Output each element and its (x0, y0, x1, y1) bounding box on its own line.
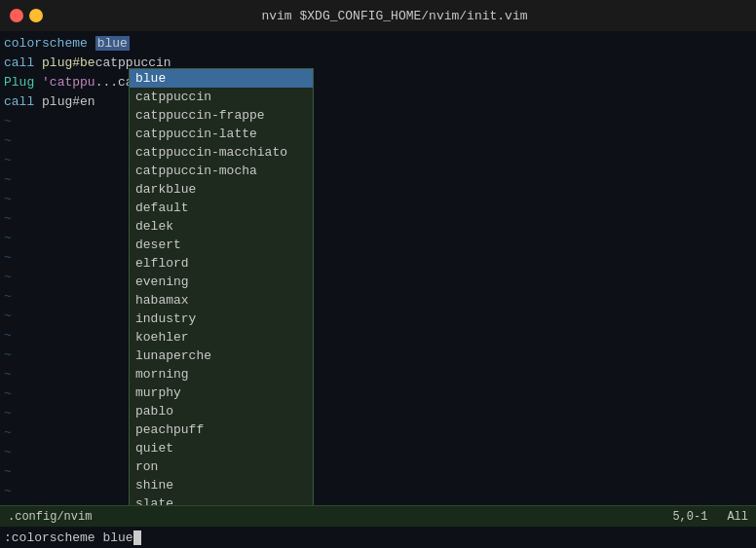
statusbar-scroll: All (727, 510, 748, 524)
keyword-call-2: call (4, 94, 34, 109)
keyword-colorscheme: colorscheme (4, 36, 88, 51)
autocomplete-item-catppuccin-latte[interactable]: catppuccin-latte (130, 125, 313, 143)
tilde-line: ~ (0, 306, 756, 325)
autocomplete-item-catppuccin-frappe[interactable]: catppuccin-frappe (130, 106, 313, 125)
statusbar-right: 5,0-1 All (672, 510, 748, 524)
keyword-call-1: call (4, 55, 34, 70)
tilde-line: ~ (0, 208, 756, 228)
tilde-line: ~ (0, 422, 756, 442)
autocomplete-item-evening[interactable]: evening (130, 273, 313, 291)
tilde-line: ~ (0, 286, 756, 306)
autocomplete-item-murphy[interactable]: murphy (130, 384, 313, 402)
autocomplete-item-default[interactable]: default (130, 199, 313, 217)
editor-line-2: call plug#be catppuccin (0, 53, 756, 72)
tilde-line: ~ (0, 111, 756, 130)
autocomplete-item-morning[interactable]: morning (130, 365, 313, 384)
autocomplete-item-slate[interactable]: slate (130, 494, 313, 505)
tilde-line: ~ (0, 189, 756, 208)
window-controls: × − (10, 9, 43, 22)
tilde-line: ~ (0, 130, 756, 150)
autocomplete-item-koehler[interactable]: koehler (130, 328, 313, 347)
autocomplete-item-darkblue[interactable]: darkblue (130, 180, 313, 199)
editor-line-4: call plug#en (0, 91, 756, 111)
string-catppu: 'catppu (42, 75, 95, 90)
autocomplete-item-habamax[interactable]: habamax (130, 291, 313, 310)
autocomplete-item-catppuccin[interactable]: catppuccin (130, 88, 313, 106)
autocomplete-item-catppuccin-mocha[interactable]: catppuccin-mocha (130, 162, 313, 180)
autocomplete-item-pablo[interactable]: pablo (130, 402, 313, 420)
autocomplete-item-delek[interactable]: delek (130, 217, 313, 236)
autocomplete-dropdown[interactable]: bluecatppuccincatppuccin-frappecatppucci… (129, 68, 314, 505)
autocomplete-item-desert[interactable]: desert (130, 236, 313, 254)
tilde-line: ~ (0, 325, 756, 345)
editor-content[interactable]: colorscheme blue call plug#be catppuccin… (0, 31, 756, 505)
tilde-line: ~ (0, 169, 756, 189)
tilde-line: ~ (0, 481, 756, 500)
autocomplete-item-elflord[interactable]: elflord (130, 254, 313, 273)
statusbar-position: 5,0-1 (672, 510, 707, 524)
autocomplete-item-shine[interactable]: shine (130, 476, 313, 494)
tilde-line: ~ (0, 150, 756, 169)
autocomplete-item-quiet[interactable]: quiet (130, 439, 313, 457)
cmdline-cursor (133, 530, 141, 545)
statusbar-filename: .config/nvim (8, 510, 92, 524)
minimize-icon: − (33, 11, 38, 20)
autocomplete-item-ron[interactable]: ron (130, 457, 313, 476)
autocomplete-item-catppuccin-macchiato[interactable]: catppuccin-macchiato (130, 143, 313, 162)
editor-line-3: Plug 'catppu ...catppuccin' } (0, 72, 756, 91)
window-title: nvim $XDG_CONFIG_HOME/nvim/init.vim (43, 9, 746, 23)
tilde-line: ~ (0, 364, 756, 384)
editor-line-1: colorscheme blue (0, 33, 756, 53)
tilde-line: ~ (0, 403, 756, 422)
main-window: × − nvim $XDG_CONFIG_HOME/nvim/init.vim … (0, 0, 756, 548)
tilde-line: ~ (0, 228, 756, 247)
tilde-line: ~ (0, 384, 756, 403)
statusbar: .config/nvim 5,0-1 All (0, 505, 756, 527)
autocomplete-item-lunaperche[interactable]: lunaperche (130, 347, 313, 365)
editor-area[interactable]: colorscheme blue call plug#be catppuccin… (0, 31, 756, 548)
keyword-plug: Plug (4, 75, 34, 90)
autocomplete-item-blue[interactable]: blue (130, 69, 313, 88)
titlebar: × − nvim $XDG_CONFIG_HOME/nvim/init.vim (0, 0, 756, 31)
tilde-line: ~ (0, 247, 756, 267)
close-button[interactable]: × (10, 9, 23, 22)
cmdline[interactable]: :colorscheme blue (0, 527, 756, 548)
tilde-line: ~ (0, 442, 756, 461)
tilde-line: ~ (0, 500, 756, 505)
cmdline-text: :colorscheme blue (4, 530, 133, 545)
tilde-line: ~ (0, 267, 756, 286)
autocomplete-item-peachpuff[interactable]: peachpuff (130, 420, 313, 439)
minimize-button[interactable]: − (29, 9, 43, 22)
close-icon: × (14, 11, 19, 20)
autocomplete-item-industry[interactable]: industry (130, 310, 313, 328)
tilde-line: ~ (0, 345, 756, 364)
fn-plug-begin: plug#be (42, 55, 95, 70)
value-blue: blue (95, 36, 130, 51)
tilde-line: ~ (0, 461, 756, 481)
